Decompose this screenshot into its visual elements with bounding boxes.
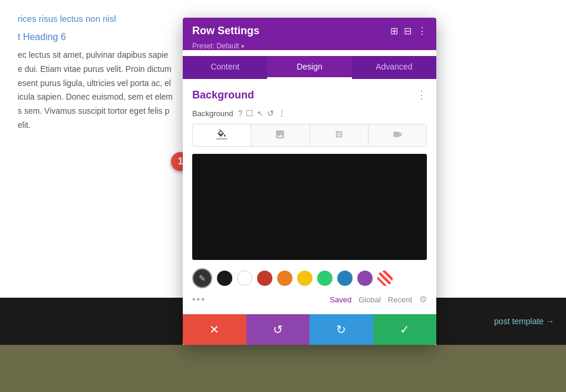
bg-tab-image[interactable]	[251, 124, 310, 146]
undo-button[interactable]: ↺	[246, 314, 310, 345]
swatch-settings-icon[interactable]: ⚙	[419, 294, 427, 305]
swatch-striped[interactable]	[377, 271, 393, 286]
section-title-row: Background ⋮	[192, 88, 427, 101]
redo-button[interactable]: ↻	[310, 314, 373, 345]
bg-body-text: ec lectus sit amet, pulvinar dapibus sap…	[18, 48, 195, 133]
swatch-red[interactable]	[257, 271, 272, 286]
dark-bar-left	[0, 298, 183, 345]
swatch-tab-recent[interactable]: Recent	[388, 295, 412, 304]
more-icon[interactable]: ⋮	[417, 25, 427, 37]
modal-title: Row Settings	[192, 25, 259, 37]
tab-advanced[interactable]: Advanced	[352, 56, 436, 79]
bg-tab-color[interactable]	[193, 124, 251, 146]
swatches-bottom-row: ••• Saved Global Recent ⚙	[192, 294, 427, 305]
footer-bar	[0, 345, 566, 392]
row-settings-modal: Row Settings ⊞ ⊟ ⋮ Preset: Default ▾ Con…	[183, 18, 436, 345]
color-preview[interactable]	[192, 154, 427, 260]
more-swatches-button[interactable]: •••	[192, 294, 206, 305]
modal-tabs: Content Design Advanced	[183, 56, 436, 79]
save-button[interactable]: ✓	[373, 314, 437, 345]
bg-tab-video[interactable]	[368, 124, 426, 146]
post-template-link[interactable]: post template →	[494, 317, 554, 326]
color-swatches-row: ✎	[192, 268, 427, 288]
cancel-button[interactable]: ✕	[183, 314, 246, 345]
swatch-blue[interactable]	[337, 271, 353, 286]
swatch-black[interactable]	[217, 271, 232, 286]
section-title: Background	[192, 89, 254, 101]
swatch-tab-saved[interactable]: Saved	[330, 295, 351, 304]
modal-header-icons: ⊞ ⊟ ⋮	[390, 25, 427, 37]
color-picker-button[interactable]: ✎	[192, 268, 212, 288]
tab-content[interactable]: Content	[183, 56, 267, 79]
section-menu-icon[interactable]: ⋮	[416, 88, 427, 101]
undo-field-icon[interactable]: ↺	[267, 108, 274, 118]
modal-header-top: Row Settings ⊞ ⊟ ⋮	[192, 25, 427, 37]
modal-body: Background ⋮ Background ? ☐ ↖ ↺ ⋮	[183, 79, 436, 314]
columns-icon[interactable]: ⊟	[404, 25, 412, 37]
tab-design[interactable]: Design	[267, 56, 351, 79]
modal-preset[interactable]: Preset: Default ▾	[192, 42, 427, 50]
help-icon[interactable]: ?	[238, 108, 242, 118]
expand-icon[interactable]: ⊞	[390, 25, 398, 37]
swatch-tabs: Saved Global Recent ⚙	[330, 294, 427, 305]
cursor-icon[interactable]: ↖	[257, 109, 264, 118]
eyedropper-icon: ✎	[199, 274, 206, 283]
mobile-icon[interactable]: ☐	[246, 108, 254, 118]
bg-label-row: Background ? ☐ ↖ ↺ ⋮	[192, 108, 427, 118]
swatch-yellow[interactable]	[297, 271, 312, 286]
bg-tab-gradient[interactable]	[310, 124, 368, 146]
swatch-white[interactable]	[237, 271, 252, 286]
swatch-orange[interactable]	[277, 271, 292, 286]
bg-label: Background	[192, 109, 233, 118]
bg-label-icons: ? ☐ ↖ ↺ ⋮	[238, 108, 286, 118]
field-menu-icon[interactable]: ⋮	[278, 108, 286, 118]
swatch-tab-global[interactable]: Global	[358, 295, 381, 304]
swatch-green[interactable]	[317, 271, 333, 286]
preset-arrow: ▾	[241, 43, 244, 50]
dark-bar-right: post template →	[436, 298, 566, 345]
modal-header: Row Settings ⊞ ⊟ ⋮ Preset: Default ▾	[183, 18, 436, 50]
swatch-purple[interactable]	[357, 271, 373, 286]
bg-type-tabs	[192, 124, 427, 147]
modal-actions: ✕ ↺ ↻ ✓	[183, 314, 436, 345]
